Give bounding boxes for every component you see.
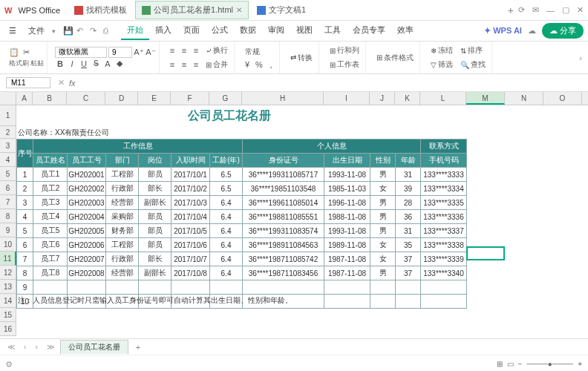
row-header[interactable]: 1: [0, 105, 16, 126]
cell[interactable]: 女: [370, 238, 396, 252]
cell[interactable]: GH202008: [68, 266, 106, 280]
sheet-nav-next-icon[interactable]: ›: [32, 343, 40, 351]
cell[interactable]: 女: [370, 252, 396, 266]
sheet-tab[interactable]: 公司员工花名册: [60, 340, 128, 354]
font-size-select[interactable]: [108, 47, 132, 58]
cell[interactable]: 员工6: [33, 238, 68, 252]
menu-tab[interactable]: 效率: [391, 22, 419, 40]
cell[interactable]: 1988-11-08: [324, 210, 370, 224]
col-header[interactable]: G: [209, 92, 242, 105]
paste-label[interactable]: 粘贴: [30, 59, 44, 68]
comma-icon[interactable]: ,: [266, 59, 276, 70]
cell[interactable]: 31: [396, 224, 421, 238]
zoom-out-icon[interactable]: −: [518, 360, 523, 368]
menu-tab[interactable]: 工具: [318, 22, 347, 40]
cell[interactable]: [106, 280, 139, 295]
cell[interactable]: 36****199311083574: [243, 224, 324, 238]
wrap-button[interactable]: ⤶换行: [203, 44, 231, 57]
cell[interactable]: 1993-11-08: [324, 168, 370, 182]
row-header[interactable]: 7: [0, 195, 16, 209]
cell[interactable]: [324, 280, 370, 295]
row-header[interactable]: 13: [0, 280, 16, 294]
row-header[interactable]: 16: [0, 322, 16, 336]
cell[interactable]: 39: [396, 182, 421, 196]
cell[interactable]: 员工4: [33, 210, 68, 224]
print-icon[interactable]: ⎙: [103, 26, 114, 36]
col-header[interactable]: I: [324, 92, 370, 105]
cut-icon[interactable]: ✂: [21, 47, 31, 58]
cell[interactable]: [370, 295, 396, 309]
cell[interactable]: 副部长: [139, 196, 172, 210]
cell[interactable]: 36****198911084563: [243, 238, 324, 252]
cell[interactable]: 31: [396, 168, 421, 182]
cell[interactable]: 行政部: [106, 182, 139, 196]
save-icon[interactable]: 💾: [63, 26, 74, 36]
cell[interactable]: 5: [17, 224, 33, 238]
cell[interactable]: 2017/10/3: [172, 196, 210, 210]
cell[interactable]: 37: [396, 252, 421, 266]
cloud-icon[interactable]: ☁: [528, 26, 536, 36]
cell[interactable]: [421, 295, 467, 309]
cell[interactable]: 37: [396, 266, 421, 280]
menu-tab[interactable]: 开始: [121, 22, 149, 40]
cell[interactable]: 员工5: [33, 224, 68, 238]
cell[interactable]: GH202007: [68, 252, 106, 266]
cell[interactable]: 采购部: [106, 210, 139, 224]
cell[interactable]: GH202006: [68, 238, 106, 252]
doc-tab[interactable]: 找稻壳模板: [68, 1, 134, 19]
cell[interactable]: [68, 280, 106, 295]
cell[interactable]: 133****3340: [421, 266, 467, 280]
sheet-nav-prev-icon[interactable]: ‹: [21, 343, 29, 351]
cell[interactable]: GH202001: [68, 168, 106, 182]
cell[interactable]: 部员: [139, 210, 172, 224]
row-header[interactable]: 5: [0, 167, 16, 181]
cell[interactable]: 1987-11-08: [324, 266, 370, 280]
cell[interactable]: 6: [17, 238, 33, 252]
doc-tab[interactable]: 文字文稿1: [250, 1, 313, 19]
cell[interactable]: 36: [396, 210, 421, 224]
col-header[interactable]: H: [242, 92, 324, 105]
cell[interactable]: 1989-11-08: [324, 238, 370, 252]
menu-tab[interactable]: 公式: [206, 22, 234, 40]
cell[interactable]: 部员: [139, 168, 172, 182]
cell[interactable]: 2017/10/5: [172, 224, 210, 238]
cell[interactable]: 2017/10/1: [172, 168, 210, 182]
menu-tab[interactable]: 插入: [149, 22, 177, 40]
cell[interactable]: 员工2: [33, 182, 68, 196]
cell[interactable]: 4: [17, 210, 33, 224]
col-header[interactable]: N: [505, 92, 543, 105]
menu-tab[interactable]: 数据: [234, 22, 262, 40]
cell[interactable]: 133****3333: [421, 168, 467, 182]
cell[interactable]: 133****3337: [421, 224, 467, 238]
sheet-nav-first-icon[interactable]: ≪: [4, 343, 18, 351]
row-header[interactable]: 4: [0, 153, 16, 167]
col-header[interactable]: O: [543, 92, 582, 105]
row-header[interactable]: 9: [0, 223, 16, 237]
cell[interactable]: 6.4: [210, 252, 243, 266]
cell[interactable]: 3: [17, 196, 33, 210]
valign-top-icon[interactable]: ≡: [167, 59, 177, 70]
cell[interactable]: 男: [370, 224, 396, 238]
cell[interactable]: 6.4: [210, 210, 243, 224]
name-box[interactable]: [6, 77, 50, 88]
row-header[interactable]: 14: [0, 294, 16, 308]
cell[interactable]: GH202002: [68, 182, 106, 196]
maximize-icon[interactable]: ▢: [562, 5, 569, 15]
cell[interactable]: 36****199311085717: [243, 168, 324, 182]
cells-area[interactable]: 公司员工花名册 公司名称：XX有限责任公司 序号 工作信息 个人信息 联系方式 …: [16, 105, 588, 336]
cell[interactable]: 工程部: [106, 168, 139, 182]
fx-icon[interactable]: fx: [69, 79, 76, 88]
font-select[interactable]: [55, 47, 107, 58]
cell[interactable]: 36****19851103548: [243, 182, 324, 196]
worksheet-button[interactable]: ⊞工作表: [327, 58, 362, 71]
cell[interactable]: 行政部: [106, 252, 139, 266]
menu-tab[interactable]: 视图: [290, 22, 318, 40]
cell[interactable]: 2017/10/2: [172, 182, 210, 196]
sort-button[interactable]: ⇅排序: [457, 44, 486, 57]
decrease-font-icon[interactable]: A⁻: [146, 47, 156, 57]
cell[interactable]: 财务部: [106, 224, 139, 238]
hamburger-icon[interactable]: ☰: [4, 24, 21, 37]
sync-icon[interactable]: ⟳: [518, 5, 525, 15]
view-page-icon[interactable]: ▭: [507, 360, 514, 368]
cell[interactable]: 部长: [139, 252, 172, 266]
